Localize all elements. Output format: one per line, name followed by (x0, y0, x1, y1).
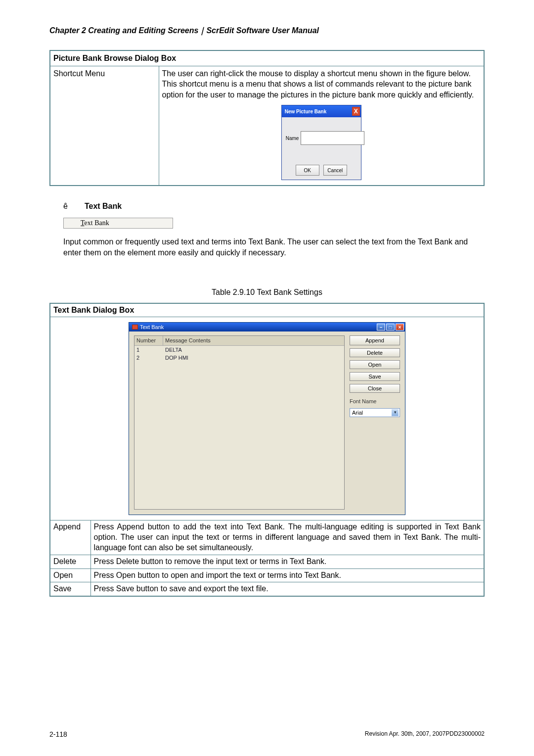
shortcut-menu-cell: The user can right-click the mouse to di… (159, 66, 484, 186)
minimize-icon[interactable]: – (377, 324, 385, 331)
text-bank-window: Text Bank – □ × Number (129, 322, 405, 515)
cell-number: 1 (134, 346, 163, 354)
app-icon (132, 325, 138, 330)
name-label: Name (286, 135, 299, 142)
text-bank-menu-item[interactable]: Text Bank (63, 218, 173, 229)
row-value: Press Open button to open and import the… (90, 568, 484, 582)
font-name-label: Font Name (350, 398, 400, 405)
close-button[interactable]: Close (350, 384, 400, 393)
bullet-icon: ê (63, 202, 68, 211)
row-key: Open (50, 568, 90, 582)
text-bank-menu-underline: T (81, 219, 85, 227)
new-picture-bank-title: New Picture Bank (285, 108, 326, 115)
table-row: Open Press Open button to open and impor… (50, 568, 484, 582)
table-row[interactable]: 1 DELTA (134, 346, 344, 354)
page-header: Chapter 2 Creating and Editing Screens｜S… (49, 26, 485, 36)
revision-info: Revision Apr. 30th, 2007, 2007PDD2300000… (365, 730, 485, 738)
text-bank-dialog-title: Text Bank Dialog Box (50, 303, 484, 317)
table-row[interactable]: 2 DOP HMI (134, 354, 344, 362)
ok-button[interactable]: OK (296, 165, 319, 176)
close-icon[interactable]: X (352, 107, 360, 116)
table-row: Save Press Save button to save and expor… (50, 582, 484, 596)
text-bank-dialog-table: Text Bank Dialog Box Text Bank – □ (49, 303, 485, 597)
text-bank-window-title: Text Bank (140, 324, 164, 331)
table-row: Delete Press Delete button to remove the… (50, 555, 484, 568)
row-key: Append (50, 520, 90, 555)
close-icon[interactable]: × (396, 324, 404, 331)
shortcut-menu-desc: The user can right-click the mouse to di… (162, 68, 481, 100)
text-bank-menu-rest: ext Bank (85, 219, 109, 227)
shortcut-menu-label: Shortcut Menu (50, 66, 159, 186)
row-value: Press Save button to save and export the… (90, 582, 484, 596)
text-bank-table-caption: Table 2.9.10 Text Bank Settings (49, 288, 485, 297)
new-picture-bank-dialog: New Picture Bank X Name OK Cancel (281, 105, 361, 180)
append-button[interactable]: Append (350, 335, 400, 345)
save-button[interactable]: Save (350, 372, 400, 381)
page-number: 2-118 (49, 730, 67, 738)
col-number: Number (134, 336, 163, 345)
new-picture-bank-titlebar: New Picture Bank X (282, 105, 361, 117)
font-name-select[interactable]: Arial ▾ (350, 408, 400, 417)
row-value: Press Append button to add the text into… (90, 520, 484, 555)
delete-button[interactable]: Delete (350, 348, 400, 357)
cell-message: DELTA (163, 346, 344, 354)
text-bank-window-titlebar: Text Bank – □ × (129, 323, 405, 331)
text-bank-title: Text Bank (85, 202, 122, 211)
row-key: Delete (50, 555, 90, 568)
picture-bank-table: Picture Bank Browse Dialog Box Shortcut … (49, 50, 485, 186)
font-name-value: Arial (352, 409, 363, 416)
col-message: Message Contents (163, 336, 344, 345)
open-button[interactable]: Open (350, 360, 400, 369)
picture-bank-table-title: Picture Bank Browse Dialog Box (50, 50, 484, 66)
text-bank-grid[interactable]: Number Message Contents 1 DELTA 2 DOP HM… (134, 335, 345, 510)
maximize-icon[interactable]: □ (386, 324, 395, 331)
cell-message: DOP HMI (163, 354, 344, 362)
table-row: Append Press Append button to add the te… (50, 520, 484, 555)
row-key: Save (50, 582, 90, 596)
cancel-button[interactable]: Cancel (323, 165, 347, 176)
text-bank-desc: Input common or frequently used text and… (63, 236, 485, 258)
chevron-down-icon: ▾ (392, 409, 399, 416)
text-bank-heading: ê Text Bank (63, 202, 485, 211)
row-value: Press Delete button to remove the input … (90, 555, 484, 568)
cell-number: 2 (134, 354, 163, 362)
name-input[interactable] (301, 131, 364, 145)
